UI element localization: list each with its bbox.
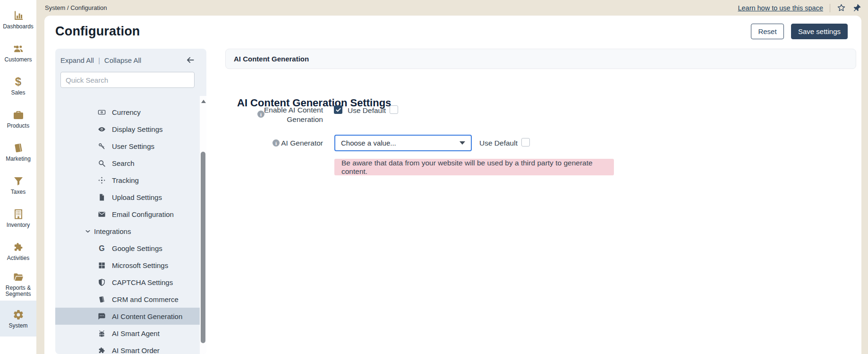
tree-item-label: Display Settings — [112, 125, 163, 133]
funnel-icon — [12, 175, 25, 187]
tree-item-email-configuration[interactable]: Email Configuration — [55, 206, 200, 223]
tree-item-label: User Settings — [112, 142, 154, 150]
tree-group-integrations[interactable]: Integrations — [55, 223, 200, 240]
use-default-checkbox[interactable] — [390, 105, 398, 114]
nav-item-label: System — [9, 323, 27, 329]
third-party-warning-banner: Be aware that data from your website wil… — [334, 159, 614, 175]
nav-item-reports-segments[interactable]: Reports & Segments — [0, 268, 36, 301]
use-default-label: Use Default — [348, 106, 386, 115]
gear-icon — [12, 309, 25, 321]
reset-button[interactable]: Reset — [751, 24, 784, 39]
learn-link[interactable]: Learn how to use this space — [738, 4, 823, 12]
nav-item-label: Customers — [4, 57, 32, 63]
settings-tree-panel: Expand All | Collapse All Currency Displ… — [55, 49, 206, 354]
nav-item-dashboards[interactable]: Dashboards — [0, 3, 36, 36]
nav-item-taxes[interactable]: Taxes — [0, 168, 36, 201]
microsoft-icon — [98, 261, 106, 269]
tree-item-microsoft-settings[interactable]: Microsoft Settings — [55, 257, 200, 274]
settings-tree-list: Currency Display Settings User Settings … — [55, 104, 200, 354]
enable-ai-content-generation-checkbox[interactable] — [334, 105, 342, 114]
topbar-divider — [830, 4, 830, 12]
tree-item-ai-smart-agent[interactable]: AI Smart Agent — [55, 325, 200, 342]
nav-item-products[interactable]: Products — [0, 102, 36, 135]
breadcrumb: System / Configuration — [45, 4, 107, 11]
bar-chart-icon — [12, 9, 25, 22]
tree-group-label: Integrations — [94, 227, 131, 235]
tree-item-currency[interactable]: Currency — [55, 104, 200, 121]
nav-item-label: Taxes — [11, 189, 26, 195]
ai-generator-select-value: Choose a value... — [341, 139, 460, 147]
tree-item-google-settings[interactable]: G Google Settings — [55, 240, 200, 257]
expand-all-link[interactable]: Expand All — [60, 56, 94, 64]
file-icon — [98, 193, 106, 201]
dollar-sign-icon: $ — [12, 76, 25, 88]
google-g-icon: G — [98, 244, 106, 252]
use-default-checkbox[interactable] — [521, 138, 530, 147]
puzzle-piece-icon — [12, 241, 25, 253]
tree-item-upload-settings[interactable]: Upload Settings — [55, 189, 200, 206]
tree-item-label: AI Smart Agent — [112, 329, 160, 337]
nav-item-label: Reports & Segments — [0, 285, 36, 297]
tree-item-search[interactable]: Search — [55, 155, 200, 172]
quick-search-input[interactable] — [60, 72, 195, 88]
page-title: Configuration — [55, 24, 140, 39]
save-settings-button[interactable]: Save settings — [791, 24, 848, 39]
banknote-icon — [98, 108, 106, 116]
nav-item-label: Inventory — [7, 222, 30, 228]
tree-item-user-settings[interactable]: User Settings — [55, 138, 200, 155]
tree-item-ai-content-generation[interactable]: AI Content Generation — [55, 308, 206, 325]
book-icon — [12, 142, 25, 154]
eye-icon — [98, 125, 106, 133]
nav-item-system[interactable]: System — [0, 301, 36, 337]
nav-item-sales[interactable]: $ Sales — [0, 69, 36, 102]
tree-item-display-settings[interactable]: Display Settings — [55, 121, 200, 138]
open-folder-icon — [12, 271, 25, 283]
tree-item-label: Microsoft Settings — [112, 261, 168, 269]
tree-item-captcha-settings[interactable]: CAPTCHA Settings — [55, 274, 200, 291]
nav-item-label: Dashboards — [3, 24, 34, 30]
people-group-icon — [12, 43, 25, 55]
collapse-panel-arrow-icon[interactable] — [186, 55, 195, 65]
crosshair-icon — [98, 176, 106, 184]
use-default-label: Use Default — [479, 139, 518, 147]
left-nav: Dashboards Customers $ Sales Products Ma… — [0, 0, 36, 354]
links-separator: | — [98, 56, 100, 64]
nav-item-marketing[interactable]: Marketing — [0, 135, 36, 168]
tree-item-label: Upload Settings — [112, 193, 162, 201]
star-icon[interactable] — [837, 3, 846, 12]
briefcase-icon — [12, 109, 25, 121]
envelope-icon — [98, 210, 106, 218]
key-icon — [98, 142, 106, 150]
panel-scrollbar-thumb[interactable] — [201, 152, 205, 343]
collapse-all-link[interactable]: Collapse All — [104, 56, 141, 64]
nav-item-inventory[interactable]: Inventory — [0, 201, 36, 234]
journal-icon — [98, 295, 106, 303]
nav-item-activities[interactable]: Activities — [0, 234, 36, 268]
chat-bubble-icon — [98, 312, 106, 320]
robot-icon — [98, 329, 106, 337]
chevron-down-icon — [84, 227, 92, 235]
nav-item-label: Products — [7, 123, 29, 129]
tree-item-label: AI Content Generation — [112, 312, 182, 320]
tree-item-label: Google Settings — [112, 244, 162, 252]
pin-icon[interactable] — [852, 3, 861, 12]
scroll-up-arrow-icon[interactable] — [201, 100, 206, 103]
tree-item-label: CAPTCHA Settings — [112, 278, 173, 286]
section-header-bar: AI Content Generation — [225, 49, 856, 69]
tree-item-ai-smart-order[interactable]: AI Smart Order — [55, 342, 200, 354]
nav-item-customers[interactable]: Customers — [0, 36, 36, 69]
tree-item-label: AI Smart Order — [112, 346, 160, 354]
shield-icon — [98, 278, 106, 286]
tree-item-crm-and-commerce[interactable]: CRM and Commerce — [55, 291, 200, 308]
tree-item-label: Email Configuration — [112, 210, 174, 218]
ai-generator-select[interactable]: Choose a value... — [334, 135, 472, 151]
nav-item-label: Marketing — [6, 156, 31, 162]
main-content-sheet: Configuration Reset Save settings Expand… — [44, 16, 861, 354]
puzzle-piece-icon — [98, 346, 106, 354]
magnifier-icon — [98, 159, 106, 167]
enable-ai-content-generation-label: Enable AI Content Generation — [262, 105, 323, 124]
ai-generator-label: AI Generator — [262, 138, 323, 148]
tree-item-tracking[interactable]: Tracking — [55, 172, 200, 189]
panel-scrollbar[interactable] — [200, 96, 206, 354]
tree-item-label: Currency — [112, 108, 141, 116]
